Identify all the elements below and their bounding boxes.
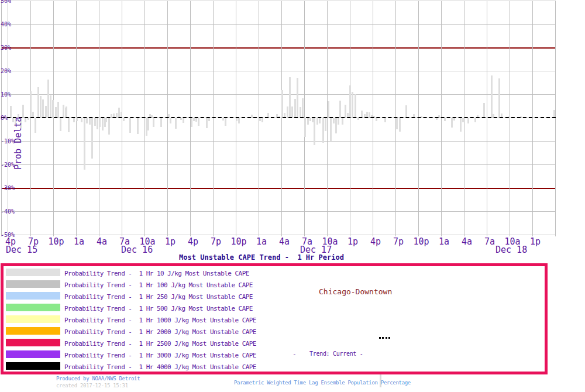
- legend-swatch: [6, 327, 60, 335]
- probability-bar: [338, 118, 339, 125]
- probability-bar: [35, 118, 36, 133]
- probability-bar: [94, 118, 96, 126]
- location-label: Chicago-Downtown: [319, 287, 392, 296]
- probability-bar: [238, 118, 240, 123]
- v-gridline: [8, 1, 8, 236]
- probability-bar: [60, 118, 61, 131]
- probability-bar: [352, 92, 353, 118]
- probability-bar: [108, 118, 110, 135]
- h-gridline: [1, 24, 556, 25]
- x-tick-label: 1p: [165, 236, 176, 247]
- legend-item-label: Probability Trend - 1 Hr 2500 J/kg Most …: [64, 340, 256, 348]
- probability-bar: [322, 118, 324, 143]
- v-gridline: [418, 1, 419, 236]
- legend-swatch: [6, 304, 60, 311]
- probability-bar: [170, 118, 171, 123]
- probability-bar: [68, 118, 70, 132]
- v-gridline: [555, 1, 556, 236]
- probability-bar: [175, 118, 177, 129]
- x-tick-label: 1a: [439, 236, 449, 247]
- probability-bar: [52, 100, 54, 118]
- x-tick-label: 4p: [370, 236, 381, 247]
- legend-swatch: [6, 292, 60, 300]
- probability-bar: [405, 105, 407, 118]
- probability-bar: [553, 110, 555, 118]
- probability-bar: [10, 106, 12, 118]
- probability-bar: [483, 103, 485, 118]
- chart-title: Most Unstable CAPE Trend - 1 Hr Period: [179, 253, 344, 262]
- footer-produced-by: Produced by NOAA/NWS Detroit: [56, 376, 140, 381]
- legend-item-label: Probability Trend - 1 Hr 4000 J/kg Most …: [64, 363, 256, 371]
- legend-swatch: [6, 280, 60, 288]
- y-tick-label: -30%: [1, 185, 15, 191]
- legend-item-label: Probability Trend - 1 Hr 2000 J/kg Most …: [64, 328, 256, 336]
- probability-bar: [99, 118, 101, 127]
- probability-bar: [399, 118, 401, 132]
- trend-line-sample: -: [292, 350, 297, 358]
- x-tick-label: 7a: [484, 236, 495, 247]
- v-gridline: [350, 1, 350, 236]
- x-tick-label: 4p: [188, 236, 198, 247]
- v-gridline: [373, 1, 373, 236]
- zero-dashed-line: [1, 117, 556, 118]
- probability-bar: [86, 118, 88, 123]
- probability-bar: [191, 118, 192, 127]
- probability-bar: [105, 118, 107, 122]
- probability-bar: [22, 105, 24, 118]
- lag-dotted-caps: [379, 337, 390, 339]
- x-tick-label: 4a: [97, 236, 107, 247]
- legend-swatch: [6, 315, 60, 323]
- y-tick-label: 20%: [1, 68, 11, 74]
- probability-bar: [42, 99, 44, 118]
- probability-bar: [335, 118, 337, 133]
- probability-bar: [91, 118, 93, 159]
- probability-bar: [47, 80, 49, 118]
- probability-bar: [45, 106, 47, 118]
- probability-bar: [384, 118, 386, 122]
- x-tick-label: 1p: [530, 236, 541, 247]
- probability-bar: [467, 118, 469, 123]
- v-gridline: [464, 1, 464, 236]
- v-gridline: [53, 1, 54, 236]
- probability-bar: [297, 78, 298, 118]
- probability-bar: [118, 108, 120, 118]
- probability-bar: [294, 99, 296, 118]
- legend-item-label: Probability Trend - 1 Hr 3000 J/kg Most …: [64, 352, 256, 359]
- probability-bar: [25, 118, 26, 122]
- probability-bar: [291, 106, 293, 118]
- legend-swatch: [6, 362, 60, 370]
- probability-bar: [460, 118, 462, 132]
- probability-bar: [55, 107, 57, 118]
- probability-bar: [102, 118, 104, 130]
- probability-bar: [339, 101, 341, 118]
- legend-swatch: [6, 350, 60, 358]
- x-tick-label: 10p: [230, 236, 246, 247]
- h-gridline: [1, 1, 556, 1]
- probability-bar: [198, 118, 199, 126]
- legend-swatch: [6, 269, 60, 276]
- probability-bar: [307, 118, 309, 125]
- x-date-label: Dec 15: [6, 245, 37, 255]
- probability-bar: [50, 95, 51, 118]
- probability-bar: [349, 85, 351, 118]
- probability-bar: [300, 107, 301, 118]
- probability-bar: [330, 118, 332, 141]
- x-tick-label: 7p: [393, 236, 404, 247]
- probability-bar: [195, 118, 197, 122]
- probability-bar: [81, 118, 82, 122]
- y-tick-label: 50%: [1, 0, 11, 4]
- v-gridline: [30, 1, 31, 236]
- v-gridline: [167, 1, 168, 236]
- v-gridline: [327, 1, 328, 236]
- probability-bar: [319, 118, 321, 123]
- v-gridline: [441, 1, 442, 236]
- probability-bar: [137, 118, 139, 134]
- h-gridline: [1, 71, 556, 71]
- footer-created-timestamp: created 2017-12-15 15:31: [56, 383, 128, 388]
- probability-bar: [462, 118, 464, 122]
- x-tick-label: 10p: [413, 236, 429, 247]
- x-tick-label: 1a: [74, 236, 84, 247]
- probability-bar: [225, 118, 226, 126]
- probability-bar: [66, 106, 67, 118]
- probability-bar: [84, 118, 85, 170]
